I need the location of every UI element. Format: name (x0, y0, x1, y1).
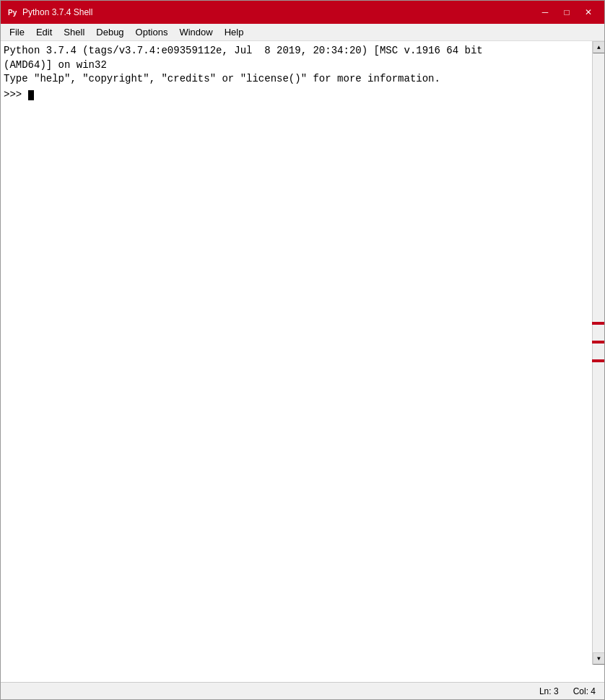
main-window: Py Python 3.7.4 Shell ─ □ ✕ File Edit Sh… (0, 0, 605, 700)
close-button[interactable]: ✕ (578, 4, 599, 20)
status-bar: Ln: 3 Col: 4 (1, 682, 604, 699)
scroll-up-button[interactable]: ▲ (593, 41, 604, 53)
cursor (28, 90, 34, 100)
menu-file[interactable]: File (4, 25, 30, 39)
menu-edit[interactable]: Edit (30, 25, 58, 39)
scroll-accent-mid (592, 359, 604, 362)
title-bar-left: Py Python 3.7.4 Shell (6, 6, 92, 18)
menu-help[interactable]: Help (219, 25, 250, 39)
status-col: Col: 4 (573, 686, 596, 696)
prompt-text: >>> (4, 88, 28, 102)
console-output: Python 3.7.4 (tags/v3.7.4:e09359112e, Ju… (4, 44, 601, 679)
menu-window[interactable]: Window (173, 25, 218, 39)
console-area[interactable]: Python 3.7.4 (tags/v3.7.4:e09359112e, Ju… (1, 41, 604, 682)
menu-options[interactable]: Options (130, 25, 174, 39)
maximize-button[interactable]: □ (557, 4, 577, 20)
minimize-button[interactable]: ─ (535, 4, 555, 20)
scroll-accent-bottom (592, 341, 604, 344)
menu-shell[interactable]: Shell (58, 25, 90, 39)
title-bar: Py Python 3.7.4 Shell ─ □ ✕ (1, 1, 604, 24)
svg-text:Py: Py (8, 9, 17, 17)
menu-bar: File Edit Shell Debug Options Window Hel… (1, 24, 604, 41)
console-line-1: Python 3.7.4 (tags/v3.7.4:e09359112e, Ju… (4, 44, 601, 58)
prompt-line[interactable]: >>> (4, 88, 601, 102)
status-ln: Ln: 3 (539, 686, 559, 696)
console-line-2: (AMD64)] on win32 (4, 58, 601, 73)
title-bar-controls: ─ □ ✕ (535, 4, 599, 20)
scrollbar[interactable]: ▲ ▼ (592, 41, 604, 665)
scroll-down-button[interactable]: ▼ (593, 652, 604, 665)
scroll-accent-top (592, 322, 604, 325)
python-icon: Py (6, 6, 18, 18)
menu-debug[interactable]: Debug (90, 25, 129, 39)
window-title: Python 3.7.4 Shell (22, 7, 92, 17)
console-line-3: Type "help", "copyright", "credits" or "… (4, 72, 601, 87)
